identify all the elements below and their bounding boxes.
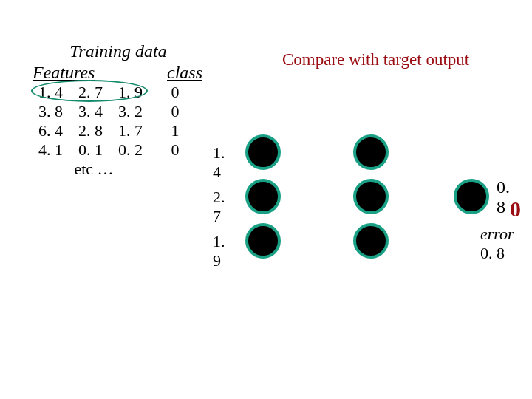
hidden-node bbox=[353, 134, 389, 170]
cell: 0. 2 bbox=[118, 140, 146, 160]
training-title: Training data bbox=[33, 41, 204, 61]
table-row: 4. 1 0. 1 0. 2 0 bbox=[33, 140, 204, 160]
input-node bbox=[245, 223, 281, 259]
cell: 0. 1 bbox=[78, 140, 106, 160]
cell: 1 bbox=[146, 121, 204, 140]
cell: 2. 8 bbox=[78, 121, 106, 140]
output-node bbox=[454, 179, 489, 214]
input-label-1: 1. 4 bbox=[213, 143, 225, 182]
table-row: 3. 8 3. 4 3. 2 0 bbox=[33, 102, 204, 121]
hidden-node bbox=[353, 179, 389, 214]
error-value: 0. 8 bbox=[480, 244, 505, 262]
target-value: 0 bbox=[510, 197, 521, 222]
error-label: error bbox=[480, 225, 514, 243]
training-data-block: Training data Features class 1. 4 2. 7 1… bbox=[33, 41, 204, 179]
slide: Training data Features class 1. 4 2. 7 1… bbox=[0, 0, 532, 399]
cell: 6. 4 bbox=[38, 121, 66, 140]
output-value: 0. 8 bbox=[497, 177, 510, 217]
error-text: error 0. 8 bbox=[480, 225, 514, 263]
cell: 0 bbox=[146, 102, 204, 121]
hidden-node bbox=[353, 223, 389, 259]
cell: 3. 2 bbox=[118, 102, 146, 121]
cell: 0 bbox=[146, 83, 204, 102]
input-label-2: 2. 7 bbox=[213, 188, 225, 226]
input-label-3: 1. 9 bbox=[213, 232, 225, 270]
training-headers: Features class bbox=[33, 63, 204, 83]
cell: 3. 8 bbox=[38, 102, 66, 121]
cell: 1. 7 bbox=[118, 121, 146, 140]
input-node bbox=[245, 179, 281, 214]
etc-text: etc … bbox=[33, 160, 149, 179]
cell: 0 bbox=[146, 140, 204, 160]
cell: 4. 1 bbox=[38, 140, 66, 160]
highlight-ellipse bbox=[31, 80, 148, 102]
input-node bbox=[245, 134, 281, 170]
table-row: 6. 4 2. 8 1. 7 1 bbox=[33, 121, 204, 140]
compare-text: Compare with target output bbox=[279, 50, 472, 69]
cell: 3. 4 bbox=[78, 102, 106, 121]
class-header: class bbox=[143, 63, 202, 83]
